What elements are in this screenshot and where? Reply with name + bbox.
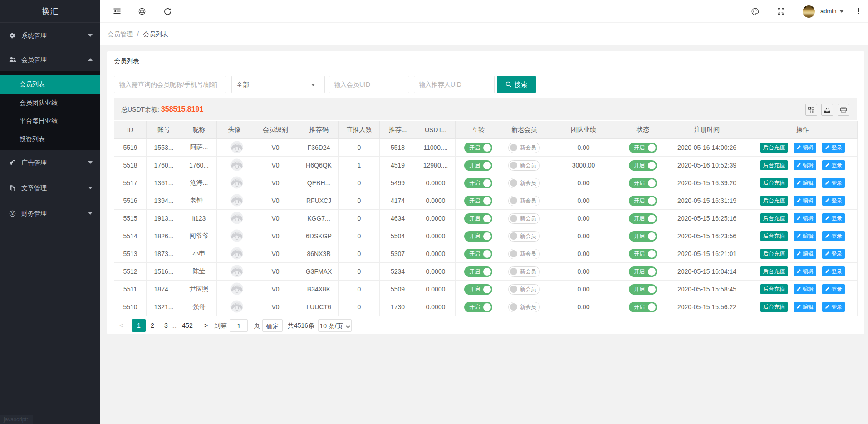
- svg-text:¥: ¥: [11, 212, 14, 216]
